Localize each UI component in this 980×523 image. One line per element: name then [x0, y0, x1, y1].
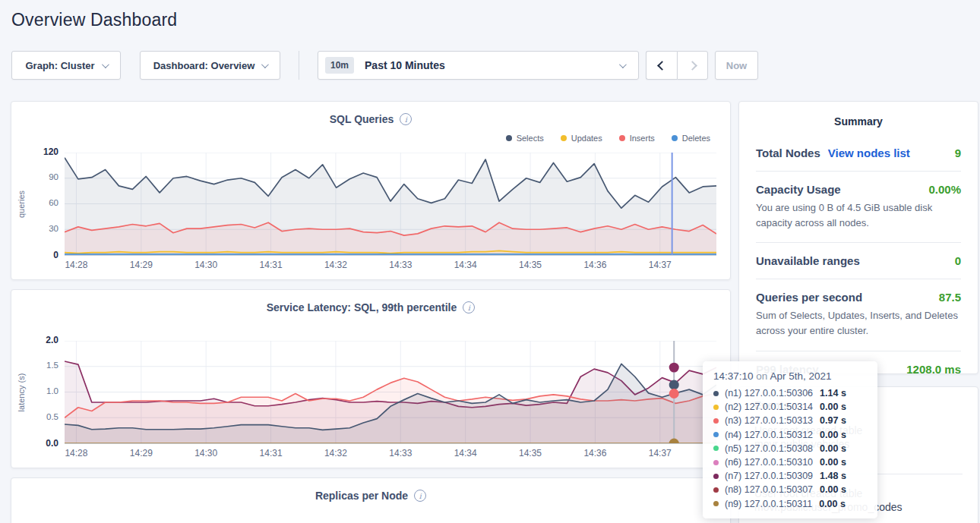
tooltip-node-row: (n2) 127.0.0.1:503140.00 s	[713, 400, 867, 414]
x-tick-label: 14:32	[324, 260, 347, 270]
view-nodes-list-link[interactable]: View nodes list	[828, 147, 910, 159]
queries-per-second-description: Sum of Selects, Updates, Inserts, and De…	[756, 308, 961, 339]
node-address: (n1) 127.0.0.1:50306	[725, 388, 813, 399]
page-title: Overview Dashboard	[11, 10, 177, 30]
x-tick-label: 14:37	[649, 448, 672, 458]
node-color-dot-icon	[713, 391, 719, 396]
y-tick-label: 90	[49, 172, 58, 181]
x-tick-label: 14:34	[454, 448, 477, 458]
now-button[interactable]: Now	[715, 51, 758, 80]
legend-item-inserts[interactable]: Inserts	[619, 134, 655, 143]
node-color-dot-icon	[713, 405, 719, 410]
total-nodes-value: 9	[955, 147, 961, 159]
service-latency-chart-card: Service Latency: SQL, 99th percentile i …	[11, 289, 731, 468]
sql-queries-legend: SelectsUpdatesInsertsDeletes	[11, 130, 710, 147]
x-axis-ticks: 14:2814:2914:3014:3114:3214:3314:3414:35…	[65, 256, 716, 273]
queries-per-second-label: Queries per second	[756, 291, 862, 304]
node-color-dot-icon	[713, 474, 719, 479]
node-address: (n3) 127.0.0.1:50313	[725, 415, 813, 426]
tooltip-node-row: (n3) 127.0.0.1:503130.97 s	[713, 414, 867, 427]
sql-queries-chart-card: SQL Queries i SelectsUpdatesInsertsDelet…	[11, 101, 731, 280]
charts-column: SQL Queries i SelectsUpdatesInsertsDelet…	[11, 101, 731, 523]
tooltip-node-row: (n8) 127.0.0.1:503070.00 s	[713, 483, 867, 496]
dashboard-controls: Graph: Cluster Dashboard: Overview 10m P…	[11, 51, 758, 80]
legend-dot-icon	[561, 135, 567, 141]
summary-row-total-nodes: Total Nodes View nodes list 9	[756, 135, 961, 171]
legend-label: Deletes	[682, 134, 710, 143]
node-latency-value: 0.00 s	[820, 430, 846, 440]
legend-dot-icon	[672, 135, 678, 141]
x-tick-label: 14:34	[454, 260, 477, 270]
unavailable-ranges-value: 0	[955, 254, 961, 267]
legend-label: Selects	[517, 134, 544, 143]
y-tick-label: 0	[53, 250, 58, 260]
y-tick-label: 0.0	[46, 438, 58, 449]
chevron-down-icon	[261, 61, 269, 68]
x-tick-label: 14:31	[260, 448, 283, 458]
x-tick-label: 14:28	[65, 448, 87, 458]
y-axis-unit-label: latency (s)	[11, 341, 31, 444]
y-axis-ticks: 0.00.51.01.52.0	[31, 341, 65, 444]
x-tick-label: 14:29	[130, 260, 153, 270]
node-color-dot-icon	[713, 501, 719, 506]
queries-per-second-value: 87.5	[939, 291, 961, 304]
node-address: (n8) 127.0.0.1:50307	[725, 484, 813, 495]
x-tick-label: 14:33	[389, 448, 412, 458]
x-tick-label: 14:35	[519, 260, 542, 270]
node-color-dot-icon	[713, 418, 719, 424]
info-icon[interactable]: i	[414, 490, 426, 502]
time-range-badge: 10m	[325, 57, 354, 74]
y-tick-label: 1.5	[46, 361, 58, 370]
time-range-selector[interactable]: 10m Past 10 Minutes	[318, 51, 639, 80]
p99-latency-value: 1208.0 ms	[906, 363, 961, 376]
tooltip-node-row: (n5) 127.0.0.1:503080.00 s	[713, 442, 867, 455]
info-icon[interactable]: i	[463, 301, 475, 313]
tooltip-timestamp: 14:37:10 on Apr 5th, 2021	[713, 370, 867, 382]
dashboard-dropdown-label: Dashboard: Overview	[153, 60, 255, 71]
sql-queries-chart-title: SQL Queries	[330, 113, 394, 125]
y-axis-unit-label: queries	[11, 153, 31, 256]
node-color-dot-icon	[713, 487, 719, 493]
node-latency-value: 0.00 s	[820, 484, 846, 495]
capacity-usage-value: 0.00%	[928, 183, 961, 196]
y-tick-label: 0.5	[46, 412, 58, 421]
node-address: (n7) 127.0.0.1:50309	[725, 471, 813, 481]
total-nodes-label: Total Nodes	[756, 147, 820, 159]
x-tick-label: 14:30	[194, 448, 217, 458]
service-latency-chart-title: Service Latency: SQL, 99th percentile	[267, 301, 457, 313]
info-icon[interactable]: i	[400, 113, 412, 125]
summary-title: Summary	[756, 115, 961, 128]
node-latency-value: 0.00 s	[820, 457, 846, 468]
service-latency-plot[interactable]	[65, 341, 716, 444]
chevron-down-icon	[101, 61, 109, 68]
dashboard-dropdown[interactable]: Dashboard: Overview	[140, 51, 280, 80]
node-address: (n9) 127.0.0.1:50311	[725, 499, 812, 509]
legend-label: Inserts	[630, 134, 655, 143]
y-tick-label: 60	[49, 198, 58, 207]
legend-item-deletes[interactable]: Deletes	[672, 134, 710, 143]
time-next-button[interactable]	[677, 51, 708, 80]
x-tick-label: 14:36	[583, 448, 606, 458]
y-tick-label: 120	[43, 147, 58, 157]
node-latency-value: 0.97 s	[820, 415, 846, 426]
y-tick-label: 2.0	[46, 335, 58, 345]
node-latency-value: 0.00 s	[820, 443, 846, 454]
y-axis-ticks: 0306090120	[31, 153, 65, 256]
legend-dot-icon	[506, 135, 512, 141]
x-tick-label: 14:36	[583, 260, 606, 270]
time-prev-button[interactable]	[646, 51, 677, 80]
node-latency-value: 0.00 s	[820, 402, 846, 412]
tooltip-node-row: (n9) 127.0.0.1:503110.00 s	[713, 497, 867, 511]
node-address: (n6) 127.0.0.1:50310	[725, 457, 813, 468]
x-axis-ticks: 14:2814:2914:3014:3114:3214:3314:3414:35…	[65, 444, 716, 461]
x-tick-label: 14:30	[194, 260, 217, 270]
replicas-per-node-chart-card: Replicas per Node i	[11, 477, 731, 523]
sql-queries-plot[interactable]	[65, 153, 716, 256]
graph-dropdown[interactable]: Graph: Cluster	[11, 51, 121, 80]
graph-dropdown-label: Graph: Cluster	[25, 60, 94, 71]
summary-panel: Summary Total Nodes View nodes list 9 Ca…	[738, 101, 978, 374]
node-latency-value: 1.48 s	[820, 471, 846, 481]
legend-item-selects[interactable]: Selects	[506, 134, 544, 143]
legend-item-updates[interactable]: Updates	[561, 134, 602, 143]
node-color-dot-icon	[713, 460, 719, 465]
